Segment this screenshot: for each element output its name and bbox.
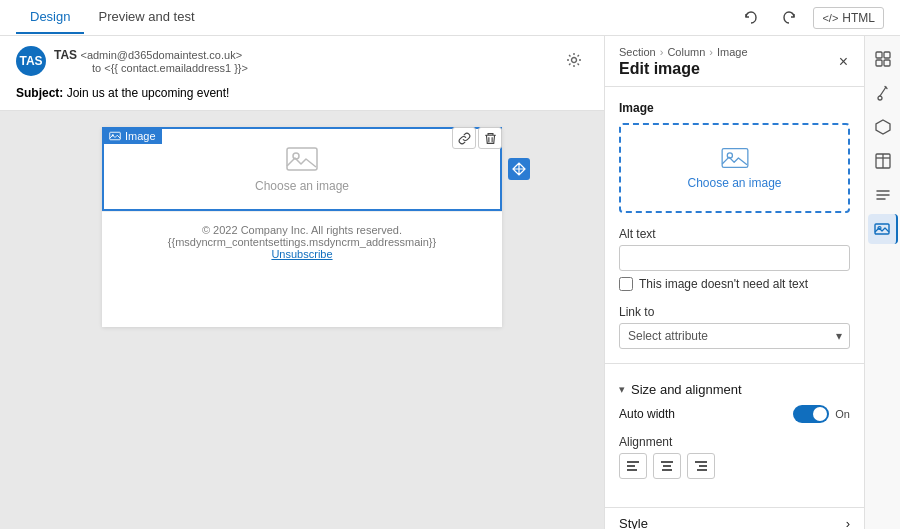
from-name: TAS <box>54 48 77 62</box>
svg-rect-1 <box>110 132 121 140</box>
align-right-button[interactable] <box>687 453 715 479</box>
avatar: TAS <box>16 46 46 76</box>
text-list-icon <box>875 187 891 203</box>
image-placeholder[interactable]: Choose an image <box>104 129 500 209</box>
svg-rect-15 <box>697 469 707 471</box>
svg-rect-16 <box>876 52 882 58</box>
tab-preview[interactable]: Preview and test <box>84 1 208 34</box>
alignment-label: Alignment <box>619 435 850 449</box>
svg-rect-12 <box>662 469 672 471</box>
auto-width-row: Auto width On <box>619 405 850 423</box>
from-info: TAS <admin@d365domaintest.co.uk> to <{{ … <box>54 48 248 74</box>
panel-header-left: Section › Column › Image Edit image <box>619 46 748 78</box>
top-tabs: Design Preview and test <box>16 1 209 34</box>
subject-line: Subject: Join us at the upcoming event! <box>16 86 588 100</box>
svg-rect-9 <box>627 469 637 471</box>
table-icon <box>875 153 891 169</box>
icon-sidebar <box>864 36 900 529</box>
svg-rect-7 <box>627 461 639 463</box>
upload-image-icon <box>721 146 749 170</box>
no-alt-text-checkbox[interactable] <box>619 277 633 291</box>
size-alignment-divider <box>605 363 864 364</box>
image-label-icon <box>109 130 121 142</box>
panel-body: Image Choose an image Alt text This imag… <box>605 87 864 507</box>
unsubscribe-link[interactable]: Unsubscribe <box>271 248 332 260</box>
svg-rect-11 <box>663 465 671 467</box>
tab-design[interactable]: Design <box>16 1 84 34</box>
paint-icon <box>875 85 891 101</box>
breadcrumb: Section › Column › Image <box>619 46 748 58</box>
alt-text-checkbox-row: This image doesn't need alt text <box>619 277 850 291</box>
layout-icon <box>875 51 891 67</box>
move-icon <box>512 162 526 176</box>
link-to-select[interactable]: Select attribute <box>619 323 850 349</box>
breadcrumb-column: Column <box>667 46 705 58</box>
toggle-state-label: On <box>835 408 850 420</box>
text-sidebar-button[interactable] <box>868 180 898 210</box>
svg-marker-20 <box>876 120 890 134</box>
link-to-label: Link to <box>619 305 850 319</box>
code-icon: </> <box>822 12 838 24</box>
move-handle[interactable] <box>508 158 530 180</box>
image-field-group: Image Choose an image <box>619 101 850 213</box>
layout-sidebar-button[interactable] <box>868 44 898 74</box>
elements-icon <box>875 119 891 135</box>
from-email: <admin@d365domaintest.co.uk> <box>80 49 242 61</box>
image-upload-box[interactable]: Choose an image <box>619 123 850 213</box>
table-sidebar-button[interactable] <box>868 146 898 176</box>
style-section[interactable]: Style › <box>605 507 864 529</box>
subject-text: Join us at the upcoming event! <box>67 86 230 100</box>
settings-button[interactable] <box>560 48 588 72</box>
align-left-button[interactable] <box>619 453 647 479</box>
address-text: {{msdyncrm_contentsettings.msdyncrm_addr… <box>114 236 490 248</box>
style-chevron-icon: › <box>846 516 850 529</box>
size-chevron-icon: ▾ <box>619 383 625 396</box>
trash-icon <box>484 132 497 145</box>
breadcrumb-section: Section <box>619 46 656 58</box>
undo-button[interactable] <box>737 6 765 30</box>
breadcrumb-image: Image <box>717 46 748 58</box>
top-bar: Design Preview and test </> HTML <box>0 0 900 36</box>
email-footer: © 2022 Company Inc. All rights reserved.… <box>102 211 502 272</box>
align-center-icon <box>660 459 674 473</box>
image-icon <box>874 221 890 237</box>
align-center-button[interactable] <box>653 453 681 479</box>
no-alt-text-label: This image doesn't need alt text <box>639 277 808 291</box>
top-bar-actions: </> HTML <box>737 6 884 30</box>
copyright-text: © 2022 Company Inc. All rights reserved. <box>114 224 490 236</box>
choose-image-text: Choose an image <box>255 179 349 193</box>
style-label: Style <box>619 516 648 529</box>
panel-title: Edit image <box>619 60 748 78</box>
link-icon <box>458 132 471 145</box>
email-body: Image <box>102 127 502 327</box>
svg-rect-19 <box>884 60 890 66</box>
size-alignment-section[interactable]: ▾ Size and alignment <box>619 374 850 405</box>
paint-sidebar-button[interactable] <box>868 78 898 108</box>
image-sidebar-button[interactable] <box>868 214 898 244</box>
image-block[interactable]: Image <box>102 127 502 211</box>
delete-image-button[interactable] <box>478 127 502 149</box>
close-panel-button[interactable]: × <box>837 51 850 73</box>
image-block-actions <box>452 127 502 149</box>
to-line: to <{{ contact.emailaddress1 }}> <box>92 62 248 74</box>
link-image-button[interactable] <box>452 127 476 149</box>
svg-rect-14 <box>699 465 707 467</box>
alignment-buttons <box>619 453 850 479</box>
gear-icon <box>566 52 582 68</box>
auto-width-toggle[interactable]: On <box>793 405 850 423</box>
size-alignment-label: Size and alignment <box>631 382 742 397</box>
redo-button[interactable] <box>775 6 803 30</box>
auto-width-label: Auto width <box>619 407 675 421</box>
svg-rect-13 <box>695 461 707 463</box>
image-block-label: Image <box>103 128 162 144</box>
alt-text-input[interactable] <box>619 245 850 271</box>
canvas-content: Image <box>0 111 604 529</box>
elements-sidebar-button[interactable] <box>868 112 898 142</box>
panel-header: Section › Column › Image Edit image × <box>605 36 864 87</box>
toggle-track[interactable] <box>793 405 829 423</box>
svg-rect-8 <box>627 465 635 467</box>
html-button[interactable]: </> HTML <box>813 7 884 29</box>
alt-text-group: Alt text This image doesn't need alt tex… <box>619 227 850 291</box>
alignment-group: Alignment <box>619 435 850 479</box>
toggle-thumb <box>813 407 827 421</box>
